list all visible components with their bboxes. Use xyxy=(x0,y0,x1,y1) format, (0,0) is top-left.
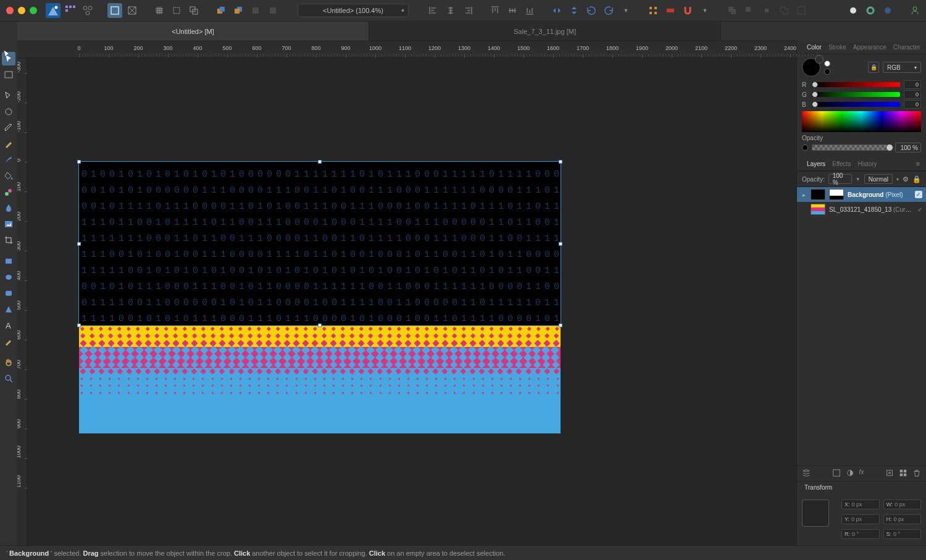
corner-tool[interactable] xyxy=(2,105,15,119)
assistant-button-2[interactable] xyxy=(863,3,878,18)
text-tool[interactable]: A xyxy=(2,319,15,332)
align-top-button[interactable] xyxy=(488,3,503,18)
transform-panel-header[interactable]: Transform xyxy=(797,481,926,493)
persona-photo[interactable] xyxy=(46,3,60,18)
layers-settings-icon[interactable]: ⚙ xyxy=(903,175,909,183)
mask-layer-icon[interactable] xyxy=(832,469,841,479)
tab-history[interactable]: History xyxy=(855,161,879,167)
transform-w-field[interactable]: W:0 px xyxy=(883,499,922,509)
document-tab-1[interactable]: Sale_7_3_11.jpg [M] xyxy=(369,22,721,41)
fill-swatch[interactable] xyxy=(802,58,820,77)
boolean-add-button[interactable] xyxy=(725,3,740,18)
delete-layer-icon[interactable] xyxy=(912,469,921,479)
account-button[interactable] xyxy=(907,3,922,18)
b-slider[interactable] xyxy=(812,102,900,107)
flip-h-button[interactable] xyxy=(549,3,564,18)
tab-color[interactable]: Color xyxy=(804,44,824,51)
canvas[interactable]: 0100101010101010100000011111110101110001… xyxy=(27,58,796,545)
layers-lock-icon[interactable]: 🔒 xyxy=(912,175,921,183)
g-slider[interactable] xyxy=(812,92,900,97)
layers-panel-menu-icon[interactable]: ≡ xyxy=(914,161,922,167)
guides-button[interactable] xyxy=(169,3,184,18)
fx-layer-icon[interactable]: fx xyxy=(859,469,864,479)
align-bottom-button[interactable] xyxy=(522,3,537,18)
boolean-subtract-button[interactable] xyxy=(742,3,757,18)
view-mode-button-2[interactable] xyxy=(125,3,140,18)
snap-pixel-button[interactable] xyxy=(663,3,678,18)
tab-appearance[interactable]: Appearance xyxy=(851,44,889,51)
color-picker-tool[interactable] xyxy=(2,335,15,348)
transform-y-field[interactable]: Y:0 px xyxy=(841,514,880,524)
snap-grid-button[interactable] xyxy=(646,3,661,18)
g-value[interactable]: 0 xyxy=(904,90,921,99)
brush-tool[interactable] xyxy=(2,153,15,167)
document-title[interactable]: <Untitled> (100.4%) • xyxy=(298,4,409,17)
layer-row-0[interactable]: ▸ Background (Pixel) ✓ xyxy=(797,187,926,202)
boolean-xor-button[interactable] xyxy=(777,3,791,18)
crop-tool[interactable] xyxy=(2,233,15,247)
align-left-button[interactable] xyxy=(426,3,441,18)
rotate-cw-button[interactable] xyxy=(601,3,616,18)
transparency-tool[interactable] xyxy=(2,201,15,215)
transform-r-field[interactable]: R:0 ° xyxy=(841,529,880,539)
align-vcenter-button[interactable] xyxy=(505,3,520,18)
layer-group-icon[interactable] xyxy=(802,469,811,479)
maximize-window-button[interactable] xyxy=(30,7,37,14)
r-slider[interactable] xyxy=(812,82,900,87)
color-mode-select[interactable]: RGB▾ xyxy=(883,62,921,73)
zoom-tool[interactable] xyxy=(2,372,15,385)
tab-character[interactable]: Character xyxy=(891,44,923,51)
boolean-intersect-button[interactable] xyxy=(759,3,774,18)
hand-tool[interactable] xyxy=(2,356,15,369)
anchor-point-widget[interactable] xyxy=(802,499,829,527)
flip-v-button[interactable] xyxy=(567,3,582,18)
arrange-back-button[interactable] xyxy=(231,3,246,18)
persona-develop[interactable] xyxy=(80,3,95,18)
transform-h-field[interactable]: H:0 px xyxy=(883,514,922,524)
arrange-front-button[interactable] xyxy=(214,3,228,18)
align-hcenter-button[interactable] xyxy=(443,3,458,18)
pen-tool[interactable] xyxy=(2,121,15,135)
assistant-button-3[interactable] xyxy=(880,3,895,18)
pencil-tool[interactable] xyxy=(2,137,15,151)
view-tool[interactable] xyxy=(2,68,15,81)
transform-studio-button[interactable] xyxy=(186,3,201,18)
tab-stroke[interactable]: Stroke xyxy=(826,44,849,51)
more-transforms-button[interactable]: ▼ xyxy=(619,3,633,18)
tab-layers[interactable]: Layers xyxy=(804,161,828,167)
document-tab-0[interactable]: <Untitled> [M] xyxy=(17,22,369,41)
place-image-tool[interactable] xyxy=(2,217,15,231)
vertical-ruler[interactable]: -300-200-1000100200300400500600700800900… xyxy=(17,58,27,545)
triangle-tool[interactable] xyxy=(2,303,15,316)
fill-tool[interactable] xyxy=(2,169,15,183)
snap-magnet-button[interactable] xyxy=(680,3,695,18)
grid-button[interactable] xyxy=(152,3,167,18)
close-window-button[interactable] xyxy=(6,7,14,14)
view-mode-button-1[interactable] xyxy=(107,3,122,18)
ellipse-tool[interactable] xyxy=(2,270,15,284)
opacity-slider[interactable] xyxy=(812,144,891,151)
align-right-button[interactable] xyxy=(461,3,475,18)
color-lock-button[interactable]: 🔒 xyxy=(868,62,879,73)
artboard[interactable]: 0100101010101010100000011111110101110001… xyxy=(79,162,561,433)
adjustment-layer-icon[interactable] xyxy=(846,469,854,479)
r-value[interactable]: 0 xyxy=(904,80,921,89)
spectrum-picker[interactable] xyxy=(802,111,921,132)
swap-swatch[interactable] xyxy=(824,61,830,67)
layer-expand-icon[interactable]: ▸ xyxy=(801,191,807,198)
layer-visibility-checkbox[interactable]: ✓ xyxy=(915,191,922,198)
tab-effects[interactable]: Effects xyxy=(830,161,853,167)
rectangle-tool[interactable] xyxy=(2,254,15,268)
add-pixel-layer-icon[interactable] xyxy=(899,469,907,479)
gradient-tool[interactable] xyxy=(2,185,15,199)
horizontal-ruler[interactable]: 0100200300400500600700800900100011001200… xyxy=(17,41,796,58)
rounded-rect-tool[interactable] xyxy=(2,286,15,300)
arrange-forward-button[interactable] xyxy=(248,3,263,18)
secondary-swatch[interactable] xyxy=(824,69,830,75)
boolean-divide-button[interactable] xyxy=(794,3,809,18)
b-value[interactable]: 0 xyxy=(904,100,921,109)
add-layer-icon[interactable] xyxy=(885,469,894,479)
blend-mode-select[interactable]: Normal xyxy=(864,174,893,184)
persona-liquify[interactable] xyxy=(63,3,78,18)
transform-s-field[interactable]: S:0 ° xyxy=(883,529,922,539)
